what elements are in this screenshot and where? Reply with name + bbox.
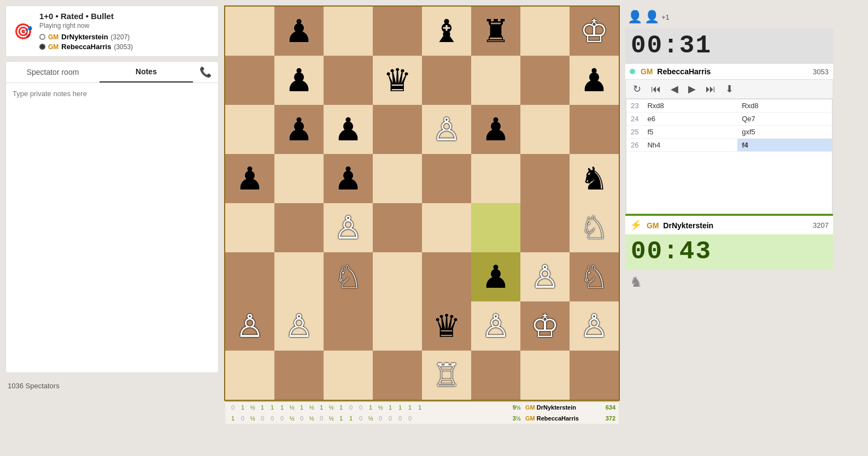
score-cell: 1 (278, 404, 286, 411)
chess-square[interactable] (422, 56, 471, 105)
chess-square[interactable] (225, 203, 274, 252)
chess-square[interactable] (373, 7, 422, 56)
chess-square[interactable]: ♘ (324, 252, 373, 301)
chess-square[interactable] (520, 154, 570, 203)
table-row[interactable]: 23Rxd8Rxd8 (626, 99, 832, 112)
next-btn[interactable]: ▶ (685, 82, 699, 96)
chess-square[interactable]: ♙ (422, 105, 471, 154)
score-cells-2: 10½000½0½0½110½0000 (228, 415, 506, 422)
chess-square[interactable] (520, 105, 570, 154)
chess-square[interactable]: ♙ (274, 301, 324, 351)
chess-square[interactable] (225, 351, 274, 400)
table-row[interactable]: 26Nh4f4 (626, 139, 832, 152)
move-white[interactable]: Nh4 (643, 139, 737, 152)
chess-square[interactable]: ♖ (422, 351, 471, 400)
chess-square[interactable] (274, 203, 324, 252)
chess-square[interactable]: ♟ (471, 105, 520, 154)
download-btn[interactable]: ⬇ (723, 82, 736, 96)
player1-name: DrNykterstein (61, 33, 108, 41)
chess-square[interactable]: ♔ (570, 7, 619, 56)
first-btn[interactable]: ⏮ (648, 82, 664, 96)
move-white[interactable]: e6 (643, 112, 737, 126)
move-black[interactable]: f4 (737, 139, 832, 152)
chess-square[interactable]: ♜ (471, 7, 520, 56)
chess-square[interactable] (324, 7, 373, 56)
chess-square[interactable] (520, 7, 570, 56)
move-white[interactable]: f5 (643, 126, 737, 139)
chess-square[interactable] (520, 351, 570, 400)
chess-square[interactable] (570, 351, 619, 400)
player-name-bar-top: GM RebeccaHarris 3053 (625, 63, 833, 79)
chess-square[interactable] (225, 105, 274, 154)
table-row[interactable]: 24e6Qe7 (626, 112, 832, 126)
left-panel: 🎯 1+0 • Rated • Bullet Playing right now… (5, 5, 219, 394)
chess-square[interactable]: ♟ (274, 7, 324, 56)
phone-button[interactable]: 📞 (193, 62, 218, 82)
notes-textarea[interactable] (13, 90, 212, 363)
chess-square[interactable] (471, 56, 520, 105)
refresh-btn[interactable]: ↻ (630, 82, 644, 96)
spectator-tab[interactable]: Spectator room (6, 62, 99, 82)
chess-square[interactable] (422, 252, 471, 301)
chess-square[interactable]: ♔ (520, 301, 570, 351)
score-name-2: GM RebeccaHarris (525, 415, 596, 422)
prev-btn[interactable]: ◀ (668, 82, 681, 96)
chess-square[interactable] (422, 203, 471, 252)
chess-square[interactable] (373, 203, 422, 252)
chess-square[interactable]: ♝ (422, 7, 471, 56)
move-black[interactable]: Qe7 (737, 112, 832, 126)
move-black[interactable]: Rxd8 (737, 99, 832, 112)
player-top-rating: 3053 (813, 68, 829, 76)
chess-square[interactable] (225, 56, 274, 105)
notes-tab[interactable]: Notes (99, 62, 193, 82)
score-cell: 1 (415, 404, 424, 411)
chess-square[interactable]: ♙ (520, 252, 570, 301)
chess-square[interactable]: ♟ (274, 105, 324, 154)
table-row[interactable]: 25f5gxf5 (626, 126, 832, 139)
chess-square[interactable] (520, 203, 570, 252)
chess-square[interactable] (324, 351, 373, 400)
chess-square[interactable] (324, 56, 373, 105)
chess-square[interactable] (373, 301, 422, 351)
score-row-2: 10½000½0½0½110½0000 3½ GM RebeccaHarris … (225, 413, 619, 424)
chess-square[interactable] (471, 154, 520, 203)
chess-square[interactable] (373, 105, 422, 154)
chess-square[interactable]: ♟ (274, 56, 324, 105)
chess-square[interactable] (570, 105, 619, 154)
chess-square[interactable]: ♘ (570, 203, 619, 252)
chess-square[interactable]: ♙ (324, 203, 373, 252)
controls-row: ↻ ⏮ ◀ ▶ ⏭ ⬇ (626, 80, 832, 99)
chess-square[interactable]: ♙ (570, 301, 619, 351)
chess-square[interactable] (274, 252, 324, 301)
chess-square[interactable] (373, 351, 422, 400)
chess-square[interactable] (274, 154, 324, 203)
chess-square[interactable]: ♛ (373, 56, 422, 105)
chess-square[interactable] (225, 7, 274, 56)
chess-square[interactable] (324, 301, 373, 351)
chess-square[interactable] (471, 351, 520, 400)
move-table-container[interactable]: 23Rxd8Rxd824e6Qe725f5gxf526Nh4f4 (626, 99, 832, 214)
chess-square[interactable] (471, 203, 520, 252)
chess-square[interactable] (225, 252, 274, 301)
chess-square[interactable] (422, 154, 471, 203)
chess-square[interactable]: ♟ (324, 105, 373, 154)
chess-square[interactable]: ♘ (570, 252, 619, 301)
chess-square[interactable]: ♟ (471, 252, 520, 301)
move-black[interactable]: gxf5 (737, 126, 832, 139)
score-section: 01½111½1½1½1001½1111 9½ GM DrNykterstein… (225, 401, 619, 424)
chess-square[interactable]: ♛ (422, 301, 471, 351)
score-cell: 1 (337, 415, 345, 422)
move-white[interactable]: Rxd8 (643, 99, 737, 112)
chess-square[interactable]: ♟ (225, 154, 274, 203)
chess-square[interactable] (373, 154, 422, 203)
chess-square[interactable]: ♞ (570, 154, 619, 203)
chess-square[interactable]: ♙ (471, 301, 520, 351)
chess-square[interactable]: ♙ (225, 301, 274, 351)
chess-square[interactable]: ♟ (324, 154, 373, 203)
chess-square[interactable] (373, 252, 422, 301)
chess-square[interactable] (520, 56, 570, 105)
chess-square[interactable] (274, 351, 324, 400)
chess-square[interactable]: ♟ (570, 56, 619, 105)
lightning-icon: ⚡ (630, 220, 642, 230)
last-btn[interactable]: ⏭ (703, 82, 718, 96)
